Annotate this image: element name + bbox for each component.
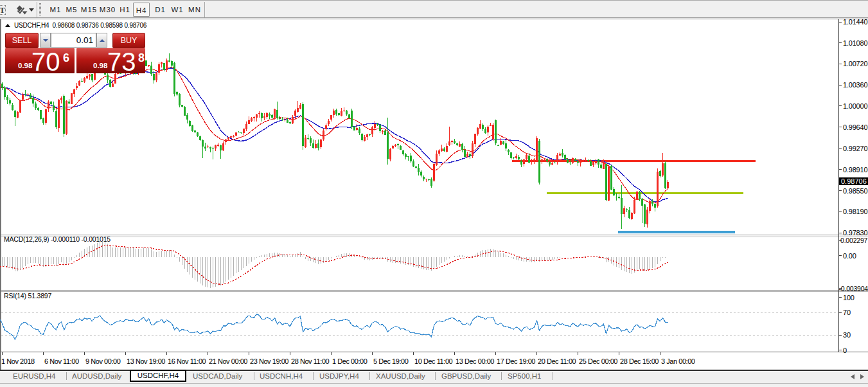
svg-text:20 Dec 11:00: 20 Dec 11:00: [538, 357, 576, 365]
svg-text:70: 70: [843, 309, 851, 316]
svg-text:6 Nov 11:00: 6 Nov 11:00: [44, 357, 79, 365]
svg-text:-0.003904: -0.003904: [839, 285, 868, 292]
svg-text:17 Dec 19:00: 17 Dec 19:00: [497, 357, 535, 365]
svg-text:1.00720: 1.00720: [843, 60, 867, 68]
svg-text:RSI(14) 51.3897: RSI(14) 51.3897: [4, 292, 51, 300]
svg-text:9 Nov 00:00: 9 Nov 00:00: [85, 357, 121, 365]
svg-text:13 Dec 00:00: 13 Dec 00:00: [456, 357, 494, 365]
svg-text:1.00000: 1.00000: [843, 102, 867, 110]
svg-text:0.98550: 0.98550: [843, 187, 867, 195]
svg-text:23 Nov 19:00: 23 Nov 19:00: [250, 357, 288, 365]
svg-text:28 Nov 11:00: 28 Nov 11:00: [291, 357, 330, 365]
svg-text:3 Jan 00:00: 3 Jan 00:00: [661, 357, 695, 365]
svg-text:1 Dec 00:00: 1 Dec 00:00: [332, 357, 368, 365]
svg-text:MACD(12,26,9) -0.000110 -0.001: MACD(12,26,9) -0.000110 -0.001015: [4, 235, 111, 243]
svg-text:1.01440: 1.01440: [843, 19, 867, 26]
svg-text:13 Nov 19:00: 13 Nov 19:00: [127, 357, 165, 365]
svg-text:10 Dec 11:00: 10 Dec 11:00: [414, 357, 453, 365]
svg-text:0.00: 0.00: [843, 252, 856, 260]
svg-text:16 Nov 11:00: 16 Nov 11:00: [168, 357, 206, 365]
svg-text:0.98190: 0.98190: [843, 208, 867, 215]
svg-text:1 Nov 2018: 1 Nov 2018: [1, 357, 35, 365]
svg-text:1.01080: 1.01080: [843, 39, 867, 47]
svg-text:5 Dec 19:00: 5 Dec 19:00: [373, 357, 409, 365]
svg-text:21 Nov 00:00: 21 Nov 00:00: [209, 357, 247, 365]
svg-text:28 Dec 15:00: 28 Dec 15:00: [620, 357, 659, 365]
svg-text:0.97830: 0.97830: [843, 229, 867, 237]
svg-text:30: 30: [843, 331, 851, 339]
svg-text:0.99270: 0.99270: [843, 145, 867, 152]
svg-text:0.98910: 0.98910: [843, 166, 867, 174]
svg-text:100: 100: [843, 294, 855, 302]
svg-text:1.00360: 1.00360: [843, 81, 867, 89]
svg-text:0: 0: [843, 346, 847, 354]
svg-text:0.002297: 0.002297: [840, 237, 868, 244]
svg-text:25 Dec 00:00: 25 Dec 00:00: [579, 357, 617, 365]
svg-text:0.99640: 0.99640: [843, 123, 867, 131]
